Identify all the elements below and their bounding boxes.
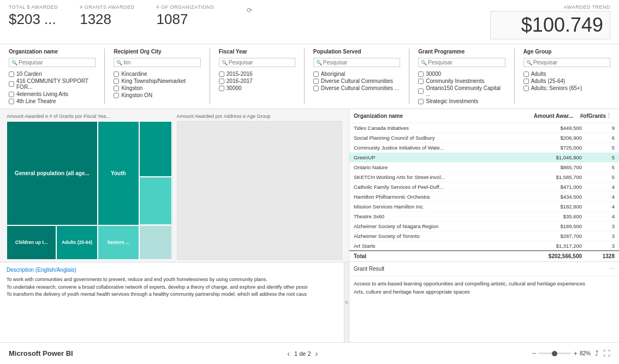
content-area: Amount Awarded e # of Grants por Fiscal … [0, 109, 619, 342]
table-row[interactable]: Tides Canada Initiatives $449,500 9 [349, 123, 619, 133]
list-item[interactable]: King Township/Newmarket [114, 78, 200, 84]
table-row[interactable]: Catholic Family Services of Peel-Duff...… [349, 182, 619, 192]
list-item[interactable]: 30000 [418, 71, 505, 77]
list-item[interactable]: 30000 [219, 85, 295, 91]
filter-fiscal-search[interactable]: 🔍 [219, 58, 295, 67]
treemap-cell-general[interactable]: General population (all age... [7, 121, 98, 225]
table-row[interactable]: Alzheimer Society of Niagara Region $189… [349, 222, 619, 231]
filter-population-input[interactable] [323, 59, 397, 65]
table-row[interactable]: Mission Services Hamilton Inc. $182,800 … [349, 202, 619, 212]
list-item[interactable]: 4elements Living Arts [9, 91, 96, 97]
list-item[interactable]: 2016-2017 [219, 78, 295, 84]
filter-city-input[interactable] [123, 59, 198, 65]
list-item[interactable]: 2015-2016 [219, 71, 295, 77]
treemap-label-children: Children up t... [14, 238, 49, 246]
zoom-in-button[interactable]: + [573, 349, 578, 357]
filter-programme-input[interactable] [428, 59, 502, 65]
filter-age-search[interactable]: 🔍 [523, 58, 610, 67]
table-row[interactable]: Alzheimer Society of Toronto $287,700 3 [349, 231, 619, 241]
filter-population-search[interactable]: 🔍 [313, 58, 400, 67]
scroll-indicator[interactable] [344, 262, 349, 342]
search-icon: 🔍 [11, 60, 17, 65]
treemap-label-adults: Adults (25-64) [61, 238, 93, 246]
prev-page-button[interactable]: ‹ [287, 349, 290, 358]
treemap-cell-other2[interactable] [139, 177, 172, 225]
filter-fiscal-list: 2015-2016 2016-2017 30000 [219, 71, 295, 91]
filter-programme-list: 30000 Community Investments Ontario150 C… [418, 71, 505, 104]
list-item[interactable]: Kingston ON [114, 92, 200, 98]
grant-result-line-2: Arts, culture and heritage have appropri… [354, 288, 615, 296]
cell-org: SKETCH Working Arts for Street-invol... [354, 174, 533, 180]
filter-org-name-input[interactable] [19, 59, 93, 65]
zoom-slider[interactable] [538, 353, 571, 354]
table-row[interactable]: Art Starts $1,317,200 3 [349, 241, 619, 250]
filter-age-list: Adults Adults (25-64) Adults; Seniors (6… [523, 71, 610, 91]
treemap-cell-children[interactable]: Children up t... [7, 225, 56, 260]
list-item[interactable]: 4th Line Theatre [9, 98, 96, 104]
treemap-label-other1 [154, 148, 157, 150]
treemap-cell-youth[interactable]: Youth [98, 121, 139, 225]
list-item[interactable]: 10 Carden [9, 71, 96, 77]
treemap-cell-other3[interactable] [139, 225, 172, 260]
treemap-cell-adults[interactable]: Adults (25-64) [56, 225, 98, 260]
scroll-dot [345, 301, 348, 304]
search-icon: 🔍 [116, 60, 122, 65]
cell-amount: $1,045,800 [533, 154, 582, 160]
filter-fiscal-input[interactable] [229, 59, 293, 65]
table-row[interactable]: Theatre 3x60 $35,600 4 [349, 212, 619, 222]
filter-age-group: Age Group 🔍 Adults Adults (25-64) Adults… [523, 49, 610, 104]
zoom-out-button[interactable]: − [532, 349, 537, 357]
cell-amount: $189,500 [533, 223, 582, 229]
description-title: Description (English/Anglais) [7, 267, 337, 273]
divider [409, 49, 409, 104]
fullscreen-button[interactable]: ⛶ [603, 349, 610, 357]
table-body[interactable]: Tides Canada Initiatives $449,500 9 Soci… [349, 123, 619, 250]
chart-fiscal-title: Amount Awarded e # of Grants por Fiscal … [7, 114, 172, 119]
total-amount: $202,566,500 [533, 253, 582, 259]
list-item[interactable]: Kingston [114, 85, 200, 91]
table-row[interactable]: Hamilton Philharmonic Orchestra $434,500… [349, 192, 619, 202]
cell-amount: $449,500 [533, 125, 582, 131]
list-item[interactable]: Adults [523, 71, 610, 77]
filter-age-input[interactable] [533, 59, 608, 65]
treemap[interactable]: General population (all age... Youth [7, 121, 172, 260]
grants-awarded-metric: # GRANTS AWARDED 1328 [80, 4, 134, 28]
table-row[interactable]: Community Justice Initiatives of Wate...… [349, 143, 619, 153]
table-row[interactable]: GreenUP $1,045,800 5 [349, 153, 619, 163]
cell-org: Art Starts [354, 243, 533, 249]
cell-org: Community Justice Initiatives of Wate... [354, 145, 533, 151]
list-item[interactable]: 416 COMMUNITY SUPPORT FOR... [9, 78, 96, 90]
cell-org: Ontario Nature [354, 164, 533, 170]
share-button[interactable]: ⤴ [595, 349, 599, 357]
treemap-cell-seniors[interactable]: Seniors ... [98, 225, 139, 260]
list-item[interactable]: Kincardine [114, 71, 200, 77]
filter-org-name-search[interactable]: 🔍 [9, 58, 96, 67]
list-item[interactable]: Diverse Cultural Communities [313, 78, 400, 84]
list-item[interactable]: Strategic Investments [418, 98, 505, 104]
powerbi-logo[interactable]: Microsoft Power BI [9, 349, 73, 357]
next-page-button[interactable]: › [316, 349, 318, 358]
filter-population-header: Population Served [313, 49, 400, 55]
cell-grants: 5 [582, 154, 615, 160]
chart-address-area[interactable] [177, 121, 343, 260]
table-row[interactable]: Social Planning Council of Sudbury $206,… [349, 133, 619, 143]
grant-result-title: Grant Result [354, 266, 384, 272]
chart-address: Amount Awarded por Address e Age Group [177, 114, 343, 260]
list-item[interactable]: Aboriginal [313, 71, 400, 77]
filter-org-name-list: 10 Carden 416 COMMUNITY SUPPORT FOR... 4… [9, 71, 96, 104]
list-item[interactable]: Community Investments [418, 78, 505, 84]
list-item[interactable]: Diverse Cultural Communities ... [313, 85, 400, 91]
filter-programme-search[interactable]: 🔍 [418, 58, 505, 67]
table-row[interactable]: Ontario Nature $865,700 5 [349, 163, 619, 172]
table-row[interactable]: SKETCH Working Arts for Street-invol... … [349, 172, 619, 182]
filter-population: Population Served 🔍 Aboriginal Diverse C… [313, 49, 400, 104]
list-item[interactable]: Adults; Seniors (65+) [523, 85, 610, 91]
treemap-cell-other1[interactable] [139, 121, 172, 177]
filter-city-search[interactable]: 🔍 [114, 58, 200, 67]
cell-grants: 4 [582, 213, 615, 219]
grants-awarded-value: 1328 [80, 11, 134, 28]
trend-section: AWARDED TREND $100.749 [490, 4, 610, 39]
list-item[interactable]: Ontario150 Community Capital ... [418, 85, 505, 97]
list-item[interactable]: Adults (25-64) [523, 78, 610, 84]
search-icon: 🔍 [421, 60, 427, 65]
